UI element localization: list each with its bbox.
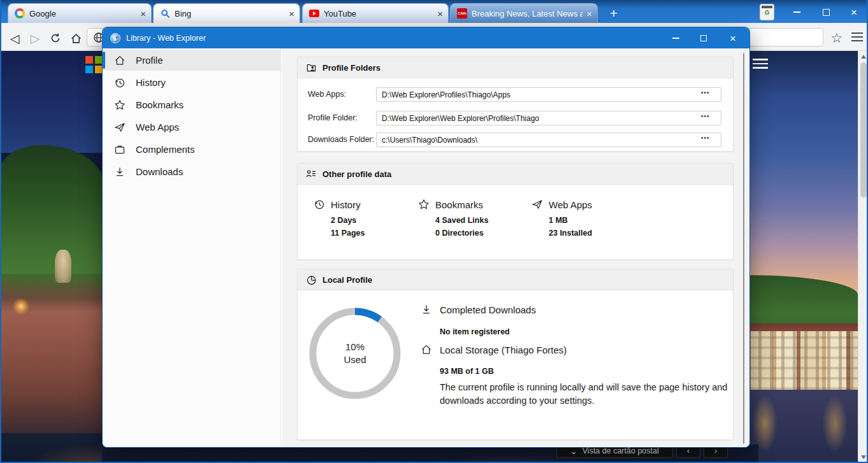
- web-apps-summary: Web Apps 1 MB 23 Installed: [532, 199, 592, 238]
- local-profile-card: Local Profile 10% Used Completed Downloa…: [297, 269, 734, 440]
- field-label: Web Apps:: [308, 90, 346, 99]
- summary-value: 11 Pages: [331, 229, 365, 238]
- field-row-profile-folder: Profile Folder: •••: [298, 111, 733, 125]
- tab-cnn[interactable]: CNN Breaking News, Latest News and Vi ×: [450, 3, 598, 23]
- local-storage-row: Local Storage (Thiago Fortes): [421, 344, 567, 355]
- sidebar-item-downloads[interactable]: Downloads: [103, 161, 280, 182]
- scroll-down-icon[interactable]: [861, 455, 866, 459]
- other-profile-data-header: Other profile data: [298, 164, 733, 185]
- page-scrollbar[interactable]: [858, 51, 868, 463]
- tab-google[interactable]: Google ×: [8, 3, 152, 23]
- dialog-close-button[interactable]: ×: [722, 31, 744, 45]
- profile-folders-header: Profile Folders: [298, 57, 733, 78]
- postcard-view-label: Vista de cartão postal: [582, 446, 659, 455]
- history-summary: History 2 Days 11 Pages: [314, 199, 365, 238]
- browse-button[interactable]: •••: [701, 134, 710, 141]
- window-maximize-button[interactable]: [816, 5, 836, 19]
- sidebar-item-complements[interactable]: Complements: [103, 139, 280, 160]
- profile-folder-path-input[interactable]: [376, 111, 721, 125]
- history-icon: [114, 77, 126, 89]
- field-label: Downloads Folder:: [308, 135, 374, 144]
- sidebar-item-label: Downloads: [136, 166, 183, 177]
- sidebar-item-label: Profile: [136, 55, 163, 66]
- google-favicon: [15, 8, 25, 18]
- tab-title: YouTube: [324, 9, 433, 18]
- microsoft-logo[interactable]: [85, 56, 103, 73]
- card-title: Other profile data: [322, 169, 391, 179]
- bing-favicon: [160, 8, 170, 18]
- photo-light-reflection: [752, 395, 778, 452]
- recycle-bin-icon[interactable]: ♻: [760, 4, 774, 20]
- dialog-title: Library - Web Explorer: [126, 34, 206, 43]
- completed-downloads-title: Completed Downloads: [440, 304, 536, 315]
- cnn-favicon: CNN: [457, 8, 467, 18]
- bookmark-star-icon[interactable]: ☆: [828, 30, 845, 46]
- browse-button[interactable]: •••: [701, 89, 710, 96]
- sidebar-item-label: Complements: [136, 144, 195, 155]
- summary-title: History: [331, 199, 361, 210]
- summary-value: 1 MB: [549, 216, 592, 225]
- sidebar-item-history[interactable]: History: [103, 72, 280, 93]
- trash-lid: [762, 6, 772, 8]
- new-tab-button[interactable]: +: [605, 5, 622, 22]
- person-list-icon: [306, 169, 317, 180]
- photo-lamp-glow: [13, 298, 29, 315]
- summary-value: 2 Days: [331, 216, 365, 225]
- storage-value: 93 MB of 1 GB: [440, 367, 494, 376]
- close-tab-icon[interactable]: ×: [289, 9, 294, 18]
- window-close-button[interactable]: ×: [844, 5, 864, 19]
- home-icon: [421, 344, 432, 355]
- web-apps-path-input[interactable]: [376, 87, 721, 102]
- dialog-minimize-button[interactable]: [665, 31, 686, 45]
- browser-menu-icon[interactable]: [851, 32, 863, 43]
- storage-donut-chart: 10% Used: [307, 306, 403, 401]
- web-explorer-compass-icon: [110, 33, 120, 43]
- sidebar-item-label: Web Apps: [136, 122, 179, 132]
- page-hamburger-icon[interactable]: [753, 59, 768, 70]
- package-icon: [114, 144, 126, 155]
- star-icon: [114, 99, 126, 111]
- summary-value: 0 Directories: [435, 229, 488, 238]
- tab-bar: Google × Bing × YouTube × CNN Breaking N…: [0, 0, 868, 23]
- ms-logo-square: [85, 66, 93, 73]
- pie-chart-icon: [306, 274, 317, 285]
- scrollbar-thumb[interactable]: [860, 62, 867, 197]
- tab-youtube[interactable]: YouTube ×: [302, 3, 449, 23]
- sidebar-item-profile[interactable]: Profile: [103, 50, 280, 71]
- forward-button[interactable]: ▷: [27, 30, 43, 46]
- tab-title: Bing: [175, 9, 285, 18]
- download-icon: [421, 304, 432, 315]
- browse-button[interactable]: •••: [701, 113, 710, 120]
- photo-hill-left: [0, 145, 105, 285]
- profile-folders-card: Profile Folders Web Apps: ••• Profile Fo…: [297, 57, 734, 152]
- library-dialog: Library - Web Explorer × Profile History…: [102, 27, 750, 448]
- tab-title: Google: [29, 9, 136, 18]
- dialog-maximize-button[interactable]: [693, 31, 714, 45]
- card-title: Profile Folders: [322, 63, 380, 73]
- dialog-scrollbar[interactable]: [743, 53, 744, 444]
- close-tab-icon[interactable]: ×: [140, 9, 146, 18]
- local-storage-title: Local Storage (Thiago Fortes): [440, 345, 567, 355]
- sidebar-item-label: Bookmarks: [136, 99, 184, 110]
- back-button[interactable]: ◁: [6, 30, 23, 46]
- sidebar-item-bookmarks[interactable]: Bookmarks: [103, 94, 280, 115]
- other-profile-data-card: Other profile data History 2 Days 11 Pag…: [297, 163, 734, 260]
- storage-usage-label: 10% Used: [307, 306, 403, 401]
- card-title: Local Profile: [322, 275, 372, 285]
- photo-light-reflection: [822, 395, 848, 452]
- field-row-downloads-folder: Downloads Folder: •••: [298, 132, 733, 147]
- tab-bing[interactable]: Bing ×: [153, 3, 300, 23]
- home-button[interactable]: [68, 30, 84, 46]
- downloads-status: No item registered: [440, 327, 510, 336]
- youtube-favicon: [309, 10, 319, 17]
- ms-logo-square: [85, 56, 93, 64]
- downloads-folder-path-input[interactable]: [376, 132, 721, 147]
- summary-value: 23 Installed: [549, 229, 592, 238]
- sidebar-item-web-apps[interactable]: Web Apps: [103, 117, 280, 138]
- refresh-button[interactable]: [47, 30, 64, 46]
- close-tab-icon[interactable]: ×: [437, 9, 443, 18]
- dialog-title-bar[interactable]: Library - Web Explorer: [103, 27, 749, 48]
- window-minimize-button[interactable]: [786, 5, 807, 19]
- scroll-up-icon[interactable]: [861, 55, 866, 59]
- close-tab-icon[interactable]: ×: [586, 9, 592, 18]
